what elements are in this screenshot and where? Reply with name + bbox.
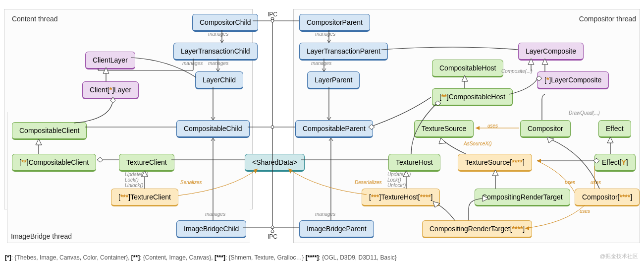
node-star-compositable-client: [**]CompositableClient (12, 154, 96, 172)
lbl-manages-6: manages (205, 211, 225, 217)
node-texture-source-star: TextureSource[****] (458, 154, 532, 172)
lbl-manages-3: manages (208, 61, 228, 66)
watermark: @掘金技术社区 (600, 253, 638, 260)
region-content-label: Content thread (12, 15, 58, 23)
svg-point-9 (271, 126, 274, 129)
node-compositable-client: CompositableClient (12, 122, 87, 140)
node-shared-data: <SharedData> (245, 154, 305, 172)
lbl-manages-7: manages (315, 211, 335, 217)
node-texture-host: TextureHost (388, 154, 440, 172)
lbl-manages-1: manages (208, 31, 228, 37)
node-star-compositable-host: [**]CompositableHost (432, 88, 513, 106)
node-compositable-child: CompositableChild (176, 120, 250, 138)
node-compositor: Compositor (520, 120, 571, 138)
node-compositable-parent: CompositableParent (295, 120, 373, 138)
node-compositing-render-target: CompositingRenderTarget (475, 189, 570, 206)
svg-point-10 (271, 226, 274, 229)
lbl-uses2: uses (565, 180, 575, 185)
lbl-manages-5: manages (311, 61, 331, 66)
lbl-manages-4: manages (315, 31, 335, 37)
lbl-update2: Update(...) Lock() Unlock() (387, 172, 411, 188)
node-effect: Effect (598, 120, 631, 138)
svg-point-1 (271, 230, 274, 233)
lbl-uses1: uses (487, 123, 498, 129)
node-star-layer-composite: [*]LayerComposite (537, 71, 609, 89)
svg-point-8 (271, 19, 274, 22)
node-client-layer: ClientLayer (85, 52, 135, 69)
node-image-bridge-child: ImageBridgeChild (176, 220, 246, 238)
node-compositor-parent: CompositorParent (299, 14, 370, 32)
lbl-serializes: Serializes (180, 180, 202, 185)
lbl-manages-2: manages (182, 61, 203, 66)
node-layer-composite: LayerComposite (518, 43, 584, 61)
node-layer-parent: LayerParent (307, 71, 360, 89)
node-compositing-render-target-star: CompositingRenderTarget[****] (422, 220, 532, 238)
node-star-texture-host: [***]TextureHost[****] (362, 189, 440, 206)
ipc-bottom: IPC (268, 233, 277, 240)
lbl-drawquad: DrawQuad(...) (569, 110, 600, 116)
lbl-uses4: uses (580, 208, 590, 214)
node-client-star-layer: Client[*]Layer (82, 81, 139, 99)
region-imagebridge-label: ImageBridge thread (11, 232, 72, 240)
lbl-assourcex: AsSourceX() (464, 141, 492, 146)
node-compositor-star: Compositor[****] (575, 189, 640, 206)
node-effect-y: Effect[Y] (594, 154, 636, 172)
node-layer-transaction-child: LayerTransactionChild (173, 43, 258, 61)
node-compositable-host: CompositableHost (432, 60, 503, 77)
node-compositor-child: CompositorChild (192, 14, 258, 32)
node-image-bridge-parent: ImageBridgeParent (299, 220, 374, 238)
node-star-texture-client: [***]TextureClient (111, 189, 178, 206)
lbl-composite: Composite(...) (501, 68, 533, 74)
lbl-uses3: uses (590, 180, 601, 185)
lbl-deserializes: Deserializes (355, 180, 381, 185)
node-layer-transaction-parent: LayerTransactionParent (299, 43, 388, 61)
footer-legend: [*]: {Thebes, Image, Canvas, Color, Cont… (5, 254, 397, 261)
node-layer-child: LayerChild (195, 71, 243, 89)
region-compositor-label: Compositor thread (579, 15, 636, 23)
node-texture-client: TextureClient (119, 154, 174, 172)
lbl-update1: Update(...) Lock() Unlock() (125, 172, 148, 188)
node-texture-source: TextureSource (414, 120, 474, 138)
ipc-top: IPC (268, 11, 277, 18)
